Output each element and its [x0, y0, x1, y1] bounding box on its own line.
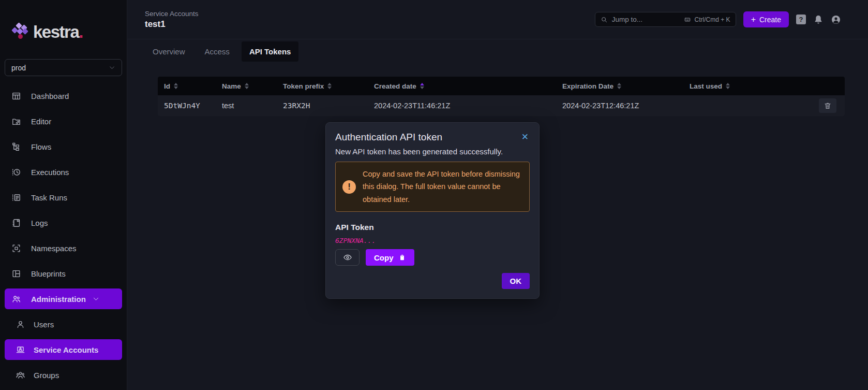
cell-last-used — [683, 95, 819, 116]
auth-api-token-dialog: Authentication API token ✕ New API token… — [325, 122, 540, 299]
chevron-down-icon — [91, 295, 101, 302]
column-header-created-date[interactable]: Created date — [368, 77, 556, 95]
tab-overview[interactable]: Overview — [145, 41, 193, 62]
trash-icon — [824, 102, 832, 110]
sidebar: kestra. prod Dashboard Editor Flows — [0, 0, 127, 390]
sidebar-item-groups[interactable]: Groups — [5, 365, 122, 385]
chevron-down-icon — [109, 64, 115, 71]
sort-icon[interactable] — [327, 83, 332, 89]
sidebar-item-flows[interactable]: Flows — [5, 136, 122, 157]
api-token-value: 6ZPNXNA... — [335, 237, 530, 244]
search-shortcut: Ctrl/Cmd + K — [683, 16, 730, 23]
sidebar-nav: Dashboard Editor Flows Executions Task R… — [0, 85, 127, 385]
copy-token-button[interactable]: Copy — [366, 249, 414, 266]
cell-id: 5DtWJn4Y — [158, 95, 216, 116]
close-icon[interactable]: ✕ — [520, 132, 530, 142]
tab-access[interactable]: Access — [197, 41, 237, 62]
jump-to-search[interactable]: Jump to... Ctrl/Cmd + K — [595, 12, 736, 27]
ok-button[interactable]: OK — [502, 273, 530, 289]
breadcrumb[interactable]: Service Accounts — [145, 10, 199, 18]
sort-icon[interactable] — [174, 83, 178, 89]
app-window: kestra. prod Dashboard Editor Flows — [0, 0, 868, 390]
dashboard-icon — [11, 91, 21, 101]
cell-expiration-date: 2024-02-23T12:46:21Z — [556, 95, 683, 116]
sidebar-item-administration[interactable]: Administration — [5, 288, 122, 309]
cell-token-prefix: 23RX2H — [277, 95, 368, 116]
sidebar-item-service-accounts[interactable]: Service Accounts — [5, 339, 122, 360]
tab-api-tokens[interactable]: API Tokens — [242, 41, 299, 62]
table-row: 5DtWJn4Y test 23RX2H 2024-02-23T11:46:21… — [158, 95, 845, 116]
page-title: test1 — [145, 19, 199, 30]
sort-icon-active[interactable] — [420, 83, 424, 89]
search-placeholder: Jump to... — [612, 16, 683, 23]
blueprints-icon — [11, 269, 21, 279]
topbar: Service Accounts test1 Jump to... Ctrl/C… — [127, 0, 868, 39]
keyboard-icon — [683, 17, 692, 23]
groups-icon — [16, 370, 25, 380]
logo-wordmark: kestra. — [33, 21, 83, 44]
column-header-last-used[interactable]: Last used — [683, 77, 819, 95]
column-header-name[interactable]: Name — [216, 77, 277, 95]
dialog-title: Authentication API token — [335, 132, 442, 143]
warning-icon: ! — [342, 180, 356, 194]
users-icon — [16, 320, 25, 329]
environment-select[interactable]: prod — [5, 59, 122, 76]
kestra-logo-icon — [12, 22, 29, 42]
logs-icon — [11, 218, 21, 228]
column-header-id[interactable]: Id — [158, 77, 216, 95]
reveal-token-button[interactable] — [335, 249, 360, 266]
user-avatar-icon[interactable] — [831, 15, 841, 25]
environment-value: prod — [11, 64, 26, 72]
sidebar-item-namespaces[interactable]: Namespaces — [5, 238, 122, 258]
warning-alert: ! Copy and save the API token before dis… — [335, 162, 530, 212]
editor-icon — [11, 117, 21, 126]
sidebar-item-executions[interactable]: Executions — [5, 162, 122, 182]
content-area: Id Name Token prefix Created date Expira… — [127, 64, 868, 116]
sort-icon[interactable] — [617, 83, 621, 89]
sort-icon[interactable] — [726, 83, 730, 89]
flows-icon — [11, 142, 21, 152]
plus-icon: + — [751, 15, 756, 24]
create-button[interactable]: + Create — [743, 11, 789, 27]
sidebar-item-logs[interactable]: Logs — [5, 212, 122, 233]
delete-token-button[interactable] — [819, 98, 836, 113]
main-area: Service Accounts test1 Jump to... Ctrl/C… — [127, 0, 868, 390]
administration-icon — [11, 294, 21, 304]
dialog-message: New API token has been generated success… — [335, 147, 530, 156]
executions-icon — [11, 167, 21, 177]
sort-icon[interactable] — [245, 83, 249, 89]
help-icon[interactable]: ? — [796, 15, 806, 24]
search-icon — [601, 16, 608, 23]
eye-icon — [343, 253, 352, 262]
api-tokens-table: Id Name Token prefix Created date Expira… — [158, 77, 845, 116]
column-header-token-prefix[interactable]: Token prefix — [277, 77, 368, 95]
sidebar-item-users[interactable]: Users — [5, 314, 122, 335]
clipboard-icon — [398, 254, 406, 262]
warning-text: Copy and save the API token before dismi… — [363, 168, 522, 206]
sidebar-item-dashboard[interactable]: Dashboard — [5, 85, 122, 106]
kestra-logo[interactable]: kestra. — [0, 21, 127, 48]
cell-created-date: 2024-02-23T11:46:21Z — [368, 95, 556, 116]
cell-name: test — [216, 95, 277, 116]
notifications-bell-icon[interactable] — [813, 15, 824, 25]
column-header-expiration-date[interactable]: Expiration Date — [556, 77, 683, 95]
sidebar-item-task-runs[interactable]: Task Runs — [5, 187, 122, 208]
tab-bar: Overview Access API Tokens — [127, 39, 868, 64]
task-runs-icon — [11, 193, 21, 203]
sidebar-item-blueprints[interactable]: Blueprints — [5, 263, 122, 284]
sidebar-item-editor[interactable]: Editor — [5, 111, 122, 132]
service-accounts-icon — [16, 345, 25, 355]
namespaces-icon — [11, 243, 21, 253]
api-token-label: API Token — [335, 223, 530, 232]
